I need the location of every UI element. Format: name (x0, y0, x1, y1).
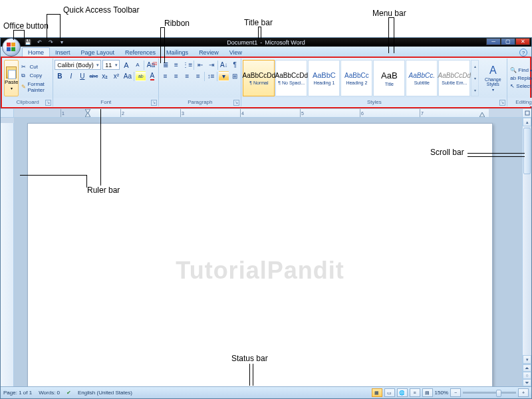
increase-indent-button[interactable]: ⇥ (206, 60, 215, 70)
tab-references[interactable]: References (120, 48, 161, 57)
office-button[interactable] (2, 38, 21, 57)
style-normal[interactable]: AaBbCcDd¶ Normal (243, 60, 275, 96)
bullets-button[interactable]: ≣ (160, 60, 170, 70)
view-outline-button[interactable]: ≡ (410, 388, 420, 397)
styles-gallery-more[interactable]: ▴▾▾ (471, 60, 479, 96)
find-button[interactable]: 🔍Find▾ (509, 66, 532, 74)
align-left-button[interactable]: ≡ (160, 71, 170, 81)
group-editing: 🔍Find▾ abReplace ↖Select▾ Editing (507, 59, 532, 106)
document-name: Document1 (227, 39, 257, 46)
tab-page-layout[interactable]: Page Layout (76, 48, 120, 57)
vertical-ruler[interactable] (1, 118, 14, 386)
clipboard-dialog-launcher[interactable]: ↘ (45, 100, 51, 106)
hanging-indent-icon[interactable] (85, 112, 90, 117)
qat-save-icon[interactable]: 💾 (23, 39, 33, 46)
tab-mailings[interactable]: Mailings (161, 48, 194, 57)
right-indent-icon[interactable] (479, 112, 485, 117)
paste-dropdown-icon[interactable]: ▾ (11, 86, 13, 90)
highlight-button[interactable]: ab (136, 71, 146, 81)
copy-button[interactable]: ⧉Copy (20, 72, 51, 80)
minimize-button[interactable]: ─ (486, 38, 501, 45)
view-web-layout-button[interactable]: 🌐 (397, 388, 408, 397)
superscript-button[interactable]: x² (111, 71, 121, 81)
justify-button[interactable]: ≡ (194, 71, 203, 81)
clear-formatting-button[interactable]: Aa⌫ (146, 60, 156, 70)
status-language[interactable]: English (United States) (78, 390, 132, 396)
paragraph-dialog-launcher[interactable]: ↘ (233, 100, 239, 106)
status-proofing-icon[interactable]: ✔ (66, 390, 71, 396)
show-hide-button[interactable]: ¶ (230, 60, 239, 70)
align-right-button[interactable]: ≡ (182, 71, 192, 81)
line-spacing-button[interactable]: ↕≡ (206, 71, 215, 81)
grow-font-button[interactable]: A (121, 60, 131, 70)
font-name-combo[interactable]: Calibri (Body) (55, 60, 101, 70)
change-styles-button[interactable]: A Change Styles ▾ (480, 60, 505, 96)
font-size-combo[interactable]: 11 (102, 60, 120, 70)
replace-button[interactable]: abReplace (509, 74, 532, 82)
shading-button[interactable]: ▾ (219, 71, 228, 81)
prev-page-button[interactable]: ⏶ (523, 364, 531, 372)
cut-button[interactable]: ✂Cut (20, 63, 51, 71)
style-heading1[interactable]: AaBbCHeading 1 (308, 60, 340, 96)
align-center-button[interactable]: ≡ (172, 71, 181, 81)
ribbon-highlight: Paste ▾ ✂Cut ⧉Copy ✎Format Painter Clipb… (1, 57, 531, 108)
style-no-spacing[interactable]: AaBbCcDd¶ No Spaci... (275, 60, 307, 96)
numbering-button[interactable]: ≡ (172, 60, 181, 70)
group-label-clipboard: Clipboard↘ (3, 98, 53, 106)
change-case-button[interactable]: Aa (122, 71, 132, 81)
tab-view[interactable]: View (224, 48, 247, 57)
scroll-up-button[interactable]: ▴ (523, 118, 531, 126)
status-words[interactable]: Words: 0 (39, 390, 60, 396)
subscript-button[interactable]: x₂ (100, 71, 110, 81)
zoom-slider[interactable] (463, 392, 516, 394)
format-painter-button[interactable]: ✎Format Painter (20, 80, 51, 94)
multilevel-list-button[interactable]: ⋮≡ (182, 60, 192, 70)
view-print-layout-button[interactable]: ▦ (372, 388, 382, 397)
italic-button[interactable]: I (66, 71, 76, 81)
strikethrough-button[interactable]: abc (88, 71, 98, 81)
document-page[interactable]: TutorialPandit (27, 123, 493, 386)
paste-button[interactable]: Paste ▾ (4, 60, 19, 96)
zoom-out-button[interactable]: − (450, 388, 461, 397)
style-heading2[interactable]: AaBbCcHeading 2 (340, 60, 372, 96)
font-dialog-launcher[interactable]: ↘ (151, 100, 157, 106)
style-title[interactable]: AaBTitle (373, 60, 405, 96)
scroll-thumb[interactable] (523, 128, 531, 174)
window-controls: ─ ▢ ✕ (486, 38, 530, 45)
scroll-down-button[interactable]: ▾ (523, 355, 531, 364)
style-subtle-em[interactable]: AaBbCcDdSubtle Em... (438, 60, 470, 96)
zoom-in-button[interactable]: + (518, 388, 529, 397)
qat-redo-icon[interactable]: ↷ (46, 39, 55, 46)
qat-customize-icon[interactable]: ▾ (57, 39, 66, 46)
borders-button[interactable]: ⊞ (230, 71, 239, 81)
close-button[interactable]: ✕ (515, 38, 530, 45)
help-icon[interactable]: ? (519, 49, 527, 57)
zoom-percent[interactable]: 150% (435, 390, 448, 396)
scroll-track[interactable] (523, 126, 531, 355)
shrink-font-button[interactable]: A (132, 60, 142, 70)
vertical-scrollbar[interactable]: ▴ ▾ ⏶ ○ ⏷ (522, 118, 531, 386)
decrease-indent-button[interactable]: ⇤ (196, 60, 205, 70)
page-viewport[interactable]: TutorialPandit (14, 118, 522, 386)
change-styles-icon: A (489, 65, 497, 76)
tab-review[interactable]: Review (194, 48, 224, 57)
font-color-button[interactable]: A (147, 71, 157, 81)
browse-object-button[interactable]: ○ (523, 372, 531, 379)
style-subtitle[interactable]: AaBbCc.Subtitle (406, 60, 438, 96)
tab-insert[interactable]: Insert (50, 48, 76, 57)
tab-home[interactable]: Home (22, 47, 50, 57)
select-button[interactable]: ↖Select▾ (509, 82, 532, 90)
horizontal-ruler[interactable]: 1 2 3 4 5 6 7 (1, 108, 531, 118)
ruler-toggle-button[interactable] (522, 109, 531, 117)
styles-dialog-launcher[interactable]: ↘ (499, 100, 505, 106)
maximize-button[interactable]: ▢ (501, 38, 515, 45)
underline-button[interactable]: U (77, 71, 87, 81)
qat-undo-icon[interactable]: ↶ (35, 39, 44, 46)
group-label-styles: Styles↘ (241, 98, 507, 106)
sort-button[interactable]: A↓ (219, 60, 229, 70)
bold-button[interactable]: B (55, 71, 65, 81)
next-page-button[interactable]: ⏷ (523, 379, 531, 386)
view-draft-button[interactable]: ▤ (422, 388, 433, 397)
view-full-screen-button[interactable]: ▭ (384, 388, 395, 397)
status-page[interactable]: Page: 1 of 1 (3, 390, 32, 396)
